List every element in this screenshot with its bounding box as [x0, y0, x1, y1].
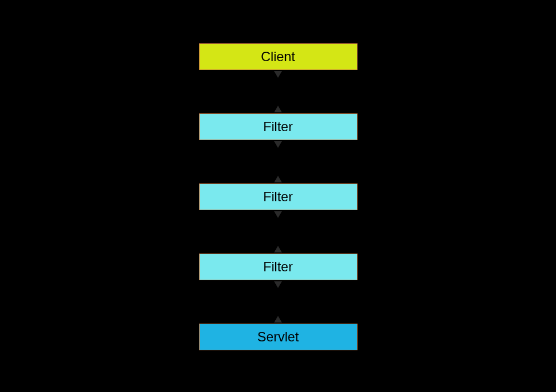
filter-box-1: Filter	[199, 113, 358, 140]
filter-label-3: Filter	[263, 259, 292, 275]
arrow-connector-2	[270, 140, 286, 183]
filter-box-3: Filter	[199, 254, 358, 280]
arrow-up-icon	[274, 106, 282, 112]
servlet-label: Servlet	[257, 329, 299, 345]
arrow-connector-4	[270, 280, 286, 324]
arrow-down-icon	[274, 211, 282, 218]
filter-box-2: Filter	[199, 183, 358, 210]
arrow-up-icon	[274, 246, 282, 252]
arrow-down-icon	[274, 71, 282, 78]
client-label: Client	[261, 49, 295, 64]
client-box: Client	[199, 43, 358, 70]
arrow-down-icon	[274, 141, 282, 148]
arrow-down-icon	[274, 281, 282, 288]
filter-label-2: Filter	[263, 189, 292, 205]
arrow-connector-3	[270, 210, 286, 254]
arrow-up-icon	[274, 176, 282, 182]
arrow-up-icon	[274, 316, 282, 322]
filter-label-1: Filter	[263, 119, 292, 135]
servlet-box: Servlet	[199, 324, 358, 350]
arrow-connector-1	[270, 70, 286, 113]
